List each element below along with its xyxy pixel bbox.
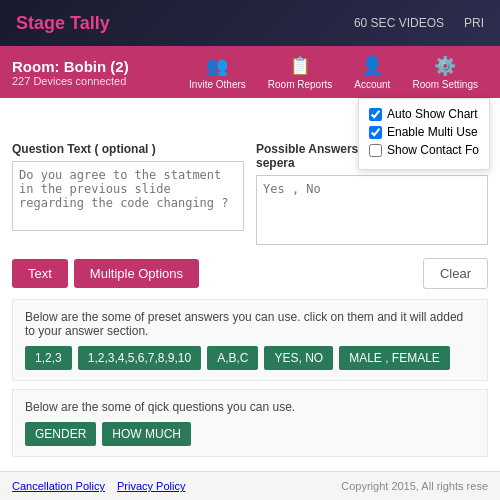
nav-videos[interactable]: 60 SEC VIDEOS [354,16,444,30]
privacy-policy-link[interactable]: Privacy Policy [117,480,185,492]
preset-tags: 1,2,3 1,2,3,4,5,6,7,8,9,10 A,B,C YES, NO… [25,346,475,370]
room-bar: Room: Bobin (2) 227 Devices connected 👥 … [0,46,500,98]
preset-section: Below are the some of preset answers you… [12,299,488,381]
quick-description: Below are the some of qick questions you… [25,400,475,414]
question-label: Question Text ( optional ) [12,142,244,156]
room-label: Room: [12,58,60,75]
logo-text-accent: lly [90,13,110,33]
multiple-options-button[interactable]: Multiple Options [74,259,199,288]
quick-section: Below are the some of qick questions you… [12,389,488,457]
show-contact-option[interactable]: Show Contact Fo [369,143,479,157]
devices-count: 227 Devices connected [12,75,179,87]
invite-others-button[interactable]: 👥 Invite Others [179,51,256,94]
header-nav: 60 SEC VIDEOS PRI [354,16,484,30]
room-info: Room: Bobin (2) 227 Devices connected [12,58,179,87]
room-reports-button[interactable]: 📋 Room Reports [258,51,342,94]
auto-show-label: Auto Show Chart [387,107,478,121]
room-name: Room: Bobin (2) [12,58,179,75]
show-contact-checkbox[interactable] [369,144,382,157]
auto-show-checkbox[interactable] [369,108,382,121]
account-icon: 👤 [361,55,383,77]
preset-tag-1-10[interactable]: 1,2,3,4,5,6,7,8,9,10 [78,346,201,370]
room-actions: 👥 Invite Others 📋 Room Reports 👤 Account… [179,51,488,94]
multi-use-option[interactable]: Enable Multi Use [369,125,479,139]
reports-icon: 📋 [289,55,311,77]
preset-tag-gender[interactable]: MALE , FEMALE [339,346,450,370]
answers-textarea[interactable] [256,175,488,245]
quick-tags: GENDER HOW MUCH [25,422,475,446]
reports-label: Room Reports [268,79,332,90]
preset-tag-abc[interactable]: A,B,C [207,346,258,370]
account-button[interactable]: 👤 Account [344,51,400,94]
auto-show-option[interactable]: Auto Show Chart [369,107,479,121]
cancellation-policy-link[interactable]: Cancellation Policy [12,480,105,492]
multi-use-label: Enable Multi Use [387,125,478,139]
settings-label: Room Settings [412,79,478,90]
text-button[interactable]: Text [12,259,68,288]
multi-use-checkbox[interactable] [369,126,382,139]
footer: Cancellation Policy Privacy Policy Copyr… [0,471,500,500]
app-logo: Stage Tally [16,13,354,34]
nav-pri[interactable]: PRI [464,16,484,30]
type-buttons: Text Multiple Options Clear [12,258,488,289]
settings-icon: ⚙️ [434,55,456,77]
footer-links: Cancellation Policy Privacy Policy [12,480,185,492]
question-textarea[interactable] [12,161,244,231]
account-label: Account [354,79,390,90]
invite-icon: 👥 [206,55,228,77]
clear-button[interactable]: Clear [423,258,488,289]
quick-tag-howmuch[interactable]: HOW MUCH [102,422,191,446]
question-col: Question Text ( optional ) [12,142,244,248]
invite-label: Invite Others [189,79,246,90]
footer-copyright: Copyright 2015, All rights rese [341,480,488,492]
show-contact-label: Show Contact Fo [387,143,479,157]
logo-text-main: Stage Ta [16,13,90,33]
room-settings-button[interactable]: ⚙️ Room Settings [402,51,488,94]
preset-tag-123[interactable]: 1,2,3 [25,346,72,370]
quick-tag-gender[interactable]: GENDER [25,422,96,446]
settings-dropdown: Auto Show Chart Enable Multi Use Show Co… [358,98,490,170]
room-name-value: Bobin (2) [64,58,129,75]
preset-tag-yesno[interactable]: YES, NO [264,346,333,370]
header: Stage Tally 60 SEC VIDEOS PRI [0,0,500,46]
preset-description: Below are the some of preset answers you… [25,310,475,338]
